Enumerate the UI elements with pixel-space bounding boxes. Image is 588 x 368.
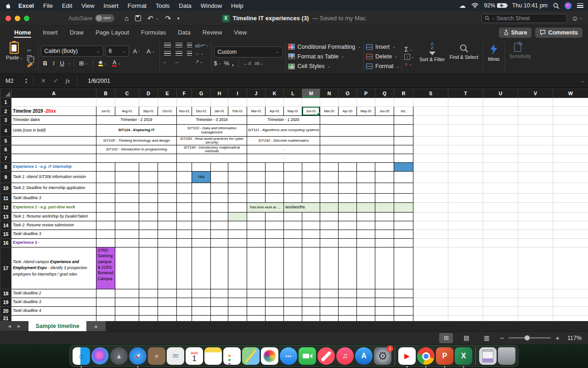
dock-calendar-icon[interactable]: AUG1 (186, 347, 203, 365)
cell-M1[interactable] (302, 98, 320, 107)
cell-K20[interactable] (266, 307, 284, 316)
dock-reminders-icon[interactable] (223, 347, 241, 365)
cell-C20[interactable] (115, 307, 139, 316)
dock-notes-icon[interactable] (204, 347, 222, 365)
cell-Q20[interactable] (375, 307, 394, 316)
cell-B18[interactable] (96, 289, 115, 298)
bold-button[interactable]: B (41, 58, 50, 68)
cell-R5[interactable] (394, 137, 413, 145)
cell-R11[interactable] (394, 194, 413, 203)
cell-T6[interactable] (448, 145, 483, 154)
cell-B1[interactable] (96, 98, 115, 107)
dock-mail-icon[interactable]: ✉ (167, 347, 184, 365)
column-header-I[interactable]: I (228, 89, 247, 98)
cell-E20[interactable] (158, 307, 177, 316)
cell-G17[interactable] (192, 247, 211, 289)
cell-M21[interactable] (302, 316, 320, 322)
cell-C8[interactable] (115, 163, 139, 172)
dock-settings-icon[interactable]: ⚙2 (374, 347, 391, 365)
cell-J7[interactable]: - (247, 154, 320, 163)
cell-E1[interactable] (158, 98, 177, 107)
cell-G14[interactable] (192, 221, 211, 230)
cell-S5[interactable] (413, 137, 448, 145)
undo-chevron-icon[interactable]: ⌄ (156, 16, 159, 20)
cell-B15[interactable] (96, 230, 115, 239)
cell-D21[interactable] (139, 316, 158, 322)
cell-T3[interactable] (448, 116, 483, 125)
cell-E13[interactable] (158, 213, 177, 221)
cell-O17[interactable] (339, 247, 357, 289)
cell-U12[interactable] (483, 203, 518, 213)
cell-N5[interactable] (320, 137, 394, 145)
menu-help[interactable]: Help (226, 0, 248, 11)
cell-W8[interactable] (553, 163, 588, 172)
cell-W15[interactable] (553, 230, 588, 239)
cell-H2[interactable]: Jan-01 (211, 107, 228, 116)
dock-safari-icon[interactable] (129, 347, 147, 365)
formula-bar-chevron-icon[interactable]: ⌄ (581, 79, 584, 83)
cell-U7[interactable] (483, 154, 518, 163)
cell-U15[interactable] (483, 230, 518, 239)
cell-W16[interactable] (553, 239, 588, 247)
cell-E21[interactable] (158, 316, 177, 322)
cell-E16[interactable] (158, 239, 177, 247)
cell-S18[interactable] (413, 289, 448, 298)
column-header-U[interactable]: U (483, 89, 518, 98)
cell-H16[interactable] (211, 239, 228, 247)
cell-K13[interactable] (266, 213, 284, 221)
cell-N7[interactable] (320, 154, 394, 163)
cell-B12[interactable] (96, 203, 115, 213)
dock-facetime-icon[interactable] (299, 347, 316, 365)
row-header-16[interactable]: 16 (0, 239, 11, 247)
copy-button[interactable]: ⌄ (27, 55, 36, 61)
cell-D17[interactable] (139, 247, 158, 289)
cell-A5[interactable] (11, 137, 96, 145)
cell-Q9[interactable] (375, 172, 394, 183)
row-header-17[interactable]: 17 (0, 247, 11, 289)
row-header-15[interactable]: 15 (0, 230, 11, 239)
cell-C11[interactable] (115, 194, 139, 203)
cell-U18[interactable] (483, 289, 518, 298)
cancel-icon[interactable]: ✕ (41, 77, 46, 84)
ribbon-tab-insert[interactable]: Insert (37, 26, 64, 39)
cell-T8[interactable] (448, 163, 483, 172)
cell-W2[interactable] (553, 107, 588, 116)
column-header-V[interactable]: V (518, 89, 553, 98)
zoom-in-button[interactable]: + (555, 334, 560, 342)
cell-M17[interactable] (302, 247, 320, 289)
sheet-tab-sample-timeline[interactable]: Sample timeline (28, 321, 86, 331)
cell-D1[interactable] (139, 98, 158, 107)
cell-F5[interactable]: SIT183 - Real world practices for cyber … (177, 137, 247, 145)
cell-I13[interactable] (228, 213, 247, 221)
cell-G11[interactable] (192, 194, 211, 203)
cell-D10[interactable] (139, 183, 158, 194)
align-center-button[interactable] (175, 51, 182, 56)
cell-F6[interactable]: SIT190 - Introductory matjematical metho… (177, 145, 247, 154)
cell-F9[interactable] (177, 172, 192, 183)
cell-R21[interactable] (394, 316, 413, 322)
cell-H18[interactable] (211, 289, 228, 298)
cell-L16[interactable] (284, 239, 302, 247)
dock-news-icon[interactable] (317, 347, 335, 365)
cell-W10[interactable] (553, 183, 588, 194)
cell-N15[interactable] (320, 230, 339, 239)
cell-L14[interactable] (284, 221, 302, 230)
column-header-P[interactable]: P (357, 89, 375, 98)
cell-R10[interactable] (394, 183, 413, 194)
menu-insert[interactable]: Insert (99, 0, 123, 11)
cell-R17[interactable] (394, 247, 413, 289)
apple-menu[interactable] (0, 2, 14, 9)
percent-button[interactable]: % (224, 60, 229, 67)
cell-O14[interactable] (339, 221, 357, 230)
undo-icon[interactable]: ↶ (147, 14, 153, 23)
cell-D11[interactable] (139, 194, 158, 203)
cell-R4[interactable] (394, 125, 413, 137)
cell-P9[interactable] (357, 172, 375, 183)
cell-O12[interactable] (339, 203, 357, 213)
cell-L8[interactable] (284, 163, 302, 172)
zoom-slider-thumb[interactable] (525, 335, 530, 340)
cell-K16[interactable] (266, 239, 284, 247)
cell-G13[interactable] (192, 213, 211, 221)
cell-T9[interactable] (448, 172, 483, 183)
cell-H12[interactable] (211, 203, 228, 213)
